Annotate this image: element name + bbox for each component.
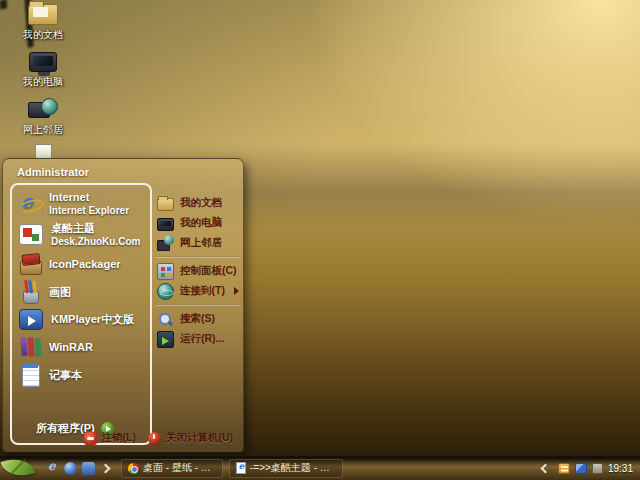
leaf-icon — [0, 453, 35, 480]
item-label: 连接到(T) — [180, 284, 225, 298]
left-panel-spacer — [12, 389, 150, 418]
taskbar-clock[interactable]: 19:31 — [608, 463, 633, 474]
desktop-icon-label: 我的电脑 — [23, 75, 63, 89]
menu-separator — [156, 304, 240, 306]
zhuoku-theme-icon — [19, 224, 43, 245]
my-computer-icon — [157, 218, 174, 231]
search-icon — [157, 311, 174, 328]
log-off-icon — [84, 432, 97, 445]
desktop-screen: 我的文档 我的电脑 网上邻居 Administrator Internet In… — [0, 0, 640, 480]
shut-down-icon — [148, 432, 161, 445]
task-button-label: -=>>桌酷主题 - Mic... — [250, 461, 336, 475]
network-places-icon — [28, 98, 58, 120]
item-label: 我的电脑 — [180, 216, 222, 230]
log-off-label: 注销(L) — [102, 431, 136, 445]
log-off-button[interactable]: 注销(L) — [84, 431, 136, 445]
start-menu-item-my-computer[interactable]: 我的电脑 — [155, 213, 241, 233]
start-menu: Administrator Internet Internet Explorer… — [2, 158, 244, 452]
item-label: 搜索(S) — [180, 312, 215, 326]
desktop-icon-my-computer[interactable]: 我的电脑 — [10, 52, 76, 89]
start-menu-item-internet[interactable]: Internet Internet Explorer — [12, 188, 150, 219]
kmplayer-icon — [19, 309, 43, 330]
start-menu-username: Administrator — [17, 166, 89, 178]
item-title: KMPlayer中文版 — [51, 313, 134, 326]
start-menu-item-my-documents[interactable]: 我的文档 — [155, 193, 241, 213]
chrome-browser-icon — [128, 463, 139, 474]
start-menu-item-notepad[interactable]: 记事本 — [12, 361, 150, 389]
wallpaper-boat-chair — [0, 0, 7, 10]
task-button-wallpaper-browser[interactable]: 桌面 - 壁纸 - 桌酷壁... — [121, 459, 223, 478]
start-menu-item-kmplayer[interactable]: KMPlayer中文版 — [12, 306, 150, 333]
start-menu-item-zhuoku-theme[interactable]: 桌酷主题 Desk.ZhuoKu.Com — [12, 219, 150, 250]
item-title: 记事本 — [49, 369, 82, 382]
start-menu-item-control-panel[interactable]: 控制面板(C) — [155, 261, 241, 281]
network-tray-icon[interactable] — [575, 463, 587, 474]
connect-to-icon — [157, 283, 174, 300]
item-label: 我的文档 — [180, 196, 222, 210]
quicklaunch-show-desktop-icon[interactable] — [64, 462, 77, 475]
item-subtitle: Desk.ZhuoKu.Com — [51, 236, 140, 247]
winrar-icon — [18, 335, 42, 359]
my-documents-folder-icon — [28, 4, 58, 25]
item-title: 画图 — [49, 286, 71, 299]
start-menu-footer: 注销(L) 关闭计算机(U) — [84, 431, 234, 445]
shut-down-label: 关闭计算机(U) — [166, 431, 233, 445]
taskbar: 桌面 - 壁纸 - 桌酷壁... -=>>桌酷主题 - Mic... 19:31 — [0, 456, 640, 480]
item-title: Internet — [49, 191, 89, 203]
start-menu-item-winrar[interactable]: WinRAR — [12, 333, 150, 361]
desktop-icon-label: 网上邻居 — [23, 123, 63, 137]
start-menu-item-paint[interactable]: 画图 — [12, 278, 150, 306]
item-title: IconPackager — [49, 258, 121, 271]
task-button-zhuoku-theme[interactable]: -=>>桌酷主题 - Mic... — [229, 459, 343, 478]
item-title: 桌酷主题 — [51, 222, 95, 234]
item-label: 控制面板(C) — [180, 264, 237, 278]
start-menu-right-panel: 我的文档 我的电脑 网上邻居 控制面板(C) 连接到(T) — [155, 193, 241, 349]
run-icon — [157, 331, 174, 348]
quicklaunch-expand-arrow-icon[interactable] — [101, 463, 111, 473]
start-menu-item-iconpackager[interactable]: IconPackager — [12, 250, 150, 278]
desktop-icon-network-places[interactable]: 网上邻居 — [10, 98, 76, 137]
tray-collapse-arrow-icon[interactable] — [541, 463, 551, 473]
ie-document-icon — [236, 462, 246, 474]
network-places-icon — [157, 235, 174, 252]
item-subtitle: Internet Explorer — [49, 205, 129, 216]
control-panel-icon — [157, 263, 174, 280]
ime-tray-icon[interactable] — [592, 463, 603, 474]
desktop-icon-my-documents[interactable]: 我的文档 — [10, 4, 76, 42]
shut-down-button[interactable]: 关闭计算机(U) — [148, 431, 233, 445]
menu-separator — [156, 256, 240, 258]
internet-explorer-icon — [18, 192, 42, 216]
system-tray: 19:31 — [542, 463, 640, 474]
messenger-tray-icon[interactable] — [558, 463, 570, 474]
submenu-arrow-icon — [234, 287, 239, 295]
desktop-icon-label: 我的文档 — [23, 28, 63, 42]
document-icon — [35, 144, 52, 159]
iconpackager-icon — [18, 252, 42, 276]
quicklaunch-internet-explorer-icon[interactable] — [46, 462, 59, 475]
quick-launch-bar — [42, 462, 115, 475]
item-label: 网上邻居 — [180, 236, 222, 250]
paint-icon — [18, 280, 42, 304]
start-menu-item-run[interactable]: 运行(R)... — [155, 329, 241, 349]
my-documents-folder-icon — [157, 198, 174, 211]
start-menu-left-panel: Internet Internet Explorer 桌酷主题 Desk.Zhu… — [10, 183, 152, 445]
my-computer-icon — [29, 52, 57, 72]
start-button[interactable] — [0, 456, 42, 480]
item-title: WinRAR — [49, 341, 93, 354]
start-menu-item-connect-to[interactable]: 连接到(T) — [155, 281, 241, 301]
task-button-label: 桌面 - 壁纸 - 桌酷壁... — [143, 461, 216, 475]
quicklaunch-media-player-icon[interactable] — [82, 462, 95, 475]
start-menu-item-network-places[interactable]: 网上邻居 — [155, 233, 241, 253]
desktop-icon-partial[interactable] — [10, 144, 76, 159]
item-label: 运行(R)... — [180, 332, 224, 346]
notepad-icon — [18, 363, 42, 387]
start-menu-item-search[interactable]: 搜索(S) — [155, 309, 241, 329]
